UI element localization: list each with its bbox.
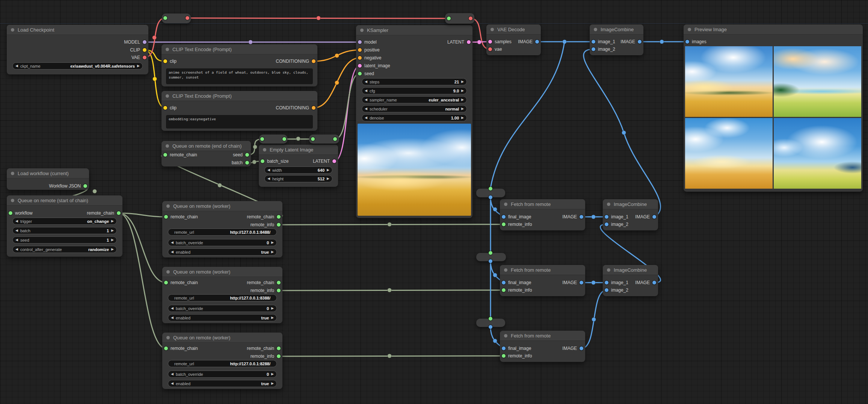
queue-on-remote-worker-3-widget-remote-url[interactable]: remote_urlhttp://127.0.0.1:8288/ (168, 360, 277, 367)
ksampler-widget-steps[interactable]: ◀steps21▶ (362, 78, 467, 85)
queue-on-remote-worker-2-widget-remote-url[interactable]: remote_urlhttp://127.0.0.1:8388/ (168, 294, 277, 301)
ksampler-widget-denoise[interactable]: ◀denoise1.00▶ (362, 114, 467, 121)
queue-on-remote-worker-2-widget-enabled[interactable]: ◀enabledtrue▶ (168, 314, 277, 321)
left-arrow-icon[interactable]: ◀ (171, 250, 174, 254)
clip-text-encode-positive-titlebar[interactable]: CLIP Text Encode (Prompt) (162, 44, 317, 54)
collapsed-node-seed-b[interactable] (309, 135, 339, 144)
preview-image-titlebar[interactable]: Preview Image (684, 24, 863, 35)
ksampler-widget-scheduler[interactable]: ◀schedulernormal▶ (362, 105, 467, 112)
workflow-json-slot-dot[interactable] (83, 184, 87, 188)
wire-remote-info-3-reroute-dot[interactable] (388, 354, 392, 358)
left-arrow-icon[interactable]: ◀ (365, 80, 367, 83)
int-slot-dot[interactable] (260, 137, 264, 141)
vae-slot-dot[interactable] (143, 56, 146, 59)
conditioning-slot-dot[interactable] (312, 106, 315, 110)
empty-latent-image-widget-height[interactable]: ◀height512▶ (264, 175, 332, 182)
right-arrow-icon[interactable]: ▶ (111, 238, 114, 242)
queue-on-remote-worker-2-titlebar[interactable]: Queue on remote (worker) (162, 267, 282, 277)
fetch-from-remote-3-titlebar[interactable]: Fetch from remote (500, 331, 585, 341)
image-slot-dot[interactable] (580, 215, 583, 219)
wire-seed-1-reroute-dot[interactable] (253, 145, 257, 149)
clip-text-encode-negative-prompt-text[interactable]: embedding:easynegative (166, 115, 313, 129)
negative-slot-dot[interactable] (358, 56, 362, 60)
image-slot-dot[interactable] (580, 281, 583, 284)
right-arrow-icon[interactable]: ▶ (327, 177, 329, 180)
collapsed-node-image-1[interactable] (476, 189, 505, 197)
latent-image-slot-dot[interactable] (358, 64, 362, 68)
queue-on-remote-worker-3[interactable]: Queue on remote (worker)remote_chainremo… (162, 333, 282, 389)
load-checkpoint-titlebar[interactable]: Load Checkpoint (7, 25, 148, 35)
left-arrow-icon[interactable]: ◀ (365, 107, 367, 110)
queue-on-remote-worker-1[interactable]: Queue on remote (worker)remote_chainremo… (162, 201, 282, 257)
collapsed-node-seed-a[interactable] (259, 135, 287, 144)
right-arrow-icon[interactable]: ▶ (111, 219, 114, 223)
right-arrow-icon[interactable]: ▶ (271, 316, 274, 319)
load-workflow-current-titlebar[interactable]: Load workflow (current) (7, 168, 89, 179)
remote-chain-slot-dot[interactable] (277, 215, 281, 219)
queue-on-remote-worker-1-widget-batch-override[interactable]: ◀batch_override0▶ (168, 239, 277, 246)
right-arrow-icon[interactable]: ▶ (111, 229, 114, 232)
batch-slot-dot[interactable] (245, 161, 249, 165)
image-slot-dot[interactable] (489, 195, 492, 199)
graph-canvas[interactable]: { "colors":{"model":"#B39DDB","clip":"#F… (0, 0, 868, 404)
collapsed-node-image-2[interactable] (476, 253, 506, 261)
right-arrow-icon[interactable]: ▶ (271, 372, 274, 376)
wire-vae-2-reroute-dot[interactable] (317, 16, 321, 20)
clip-text-encode-positive-prompt-text[interactable]: anime screenshot of a field of wheat, ou… (166, 68, 313, 84)
left-arrow-icon[interactable]: ◀ (15, 248, 18, 251)
empty-latent-image-widget-width[interactable]: ◀width640▶ (264, 166, 332, 174)
remote-info-slot-dot[interactable] (502, 288, 506, 292)
vae-slot-dot[interactable] (469, 17, 472, 20)
int-slot-dot[interactable] (447, 17, 451, 20)
queue-on-remote-worker-2[interactable]: Queue on remote (worker)remote_chainremo… (162, 267, 282, 323)
left-arrow-icon[interactable]: ◀ (365, 89, 367, 92)
load-checkpoint-widget-ckpt-name[interactable]: ◀ckpt_nameex\sawdust_v0.004R.safetensors… (12, 62, 143, 70)
wire-clip-negative-reroute-dot[interactable] (153, 77, 157, 81)
queue-on-remote-start-of-chain-widget-seed[interactable]: ◀seed1▶ (12, 236, 117, 244)
queue-on-remote-worker-2-widget-batch-override[interactable]: ◀batch_override0▶ (168, 305, 277, 312)
left-arrow-icon[interactable]: ◀ (171, 241, 174, 244)
queue-on-remote-start-of-chain[interactable]: Queue on remote (start of chain)workflow… (7, 195, 122, 257)
left-arrow-icon[interactable]: ◀ (267, 177, 270, 180)
ksampler-titlebar[interactable]: KSampler (356, 25, 472, 35)
left-arrow-icon[interactable]: ◀ (365, 116, 367, 120)
int-slot-dot[interactable] (489, 317, 492, 321)
wire-vae-1-reroute-dot[interactable] (152, 36, 157, 40)
image-combine-2[interactable]: ImageCombineimage_1image_2IMAGE (603, 199, 658, 230)
right-arrow-icon[interactable]: ▶ (271, 241, 274, 244)
image-combine-2-titlebar[interactable]: ImageCombine (603, 199, 658, 209)
load-checkpoint[interactable]: Load CheckpointMODELCLIPVAE◀ckpt_nameex\… (7, 25, 148, 74)
left-arrow-icon[interactable]: ◀ (171, 372, 174, 376)
wire-image-fetch2-combine3-reroute-dot[interactable] (592, 281, 596, 285)
remote-chain-slot-dot[interactable] (117, 211, 121, 215)
image-combine-3[interactable]: ImageCombineimage_1image_2IMAGE (603, 265, 658, 296)
int-slot-dot[interactable] (489, 251, 492, 255)
clip-slot-dot[interactable] (143, 48, 146, 52)
remote-info-slot-dot[interactable] (277, 289, 281, 292)
wire-workflow-json-reroute-dot[interactable] (93, 189, 97, 194)
queue-on-remote-worker-3-widget-enabled[interactable]: ◀enabledtrue▶ (168, 380, 277, 387)
fetch-from-remote-1-titlebar[interactable]: Fetch from remote (500, 199, 585, 209)
remote-info-slot-dot[interactable] (277, 354, 281, 358)
wire-seed-2-reroute-dot[interactable] (296, 137, 300, 141)
remote-info-slot-dot[interactable] (502, 222, 506, 226)
fetch-from-remote-2-titlebar[interactable]: Fetch from remote (500, 265, 585, 275)
left-arrow-icon[interactable]: ◀ (171, 307, 174, 310)
clip-text-encode-negative[interactable]: CLIP Text Encode (Prompt)clipCONDITIONIN… (162, 91, 317, 131)
wire-remote-chain-w1-end-reroute-dot[interactable] (218, 183, 222, 188)
int-slot-dot[interactable] (489, 187, 492, 191)
wire-image-combine2-combine1-reroute-dot[interactable] (622, 131, 626, 135)
queue-on-remote-worker-1-widget-enabled[interactable]: ◀enabledtrue▶ (168, 248, 277, 256)
latent-slot-dot[interactable] (332, 159, 336, 163)
latent-slot-dot[interactable] (467, 40, 471, 44)
right-arrow-icon[interactable]: ▶ (461, 80, 464, 83)
queue-on-remote-start-of-chain-widget-trigger[interactable]: ◀triggeron_change▶ (12, 218, 117, 225)
positive-slot-dot[interactable] (358, 48, 362, 52)
wire-conditioning-positive-reroute-dot[interactable] (335, 54, 339, 58)
right-arrow-icon[interactable]: ▶ (271, 307, 274, 310)
images-slot-dot[interactable] (685, 40, 689, 44)
int-slot-dot[interactable] (163, 16, 167, 20)
int-slot-dot[interactable] (282, 137, 286, 141)
queue-on-remote-start-of-chain-widget-control-after-generate[interactable]: ◀control_after_generaterandomize▶ (12, 246, 117, 253)
right-arrow-icon[interactable]: ▶ (461, 107, 464, 110)
